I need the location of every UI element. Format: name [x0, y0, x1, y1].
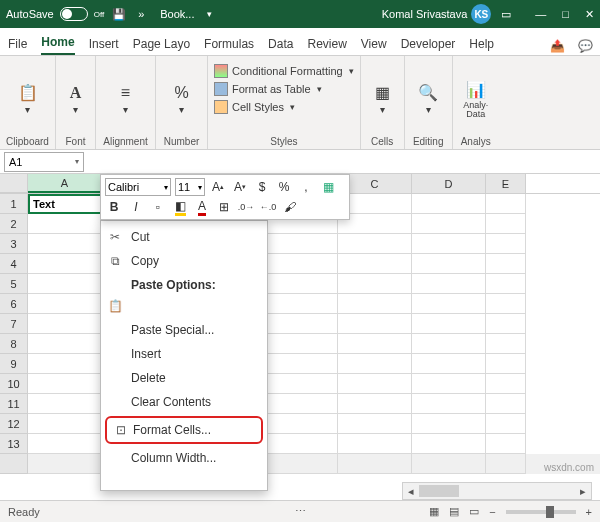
row-header-3[interactable]: 3 — [0, 234, 28, 254]
menu-insert[interactable]: Insert — [101, 342, 267, 366]
fill-color-icon[interactable]: ◧ — [171, 198, 189, 216]
table-format-icon[interactable]: ▦ — [319, 178, 337, 196]
scroll-left-icon[interactable]: ◂ — [403, 483, 419, 499]
row-header-6[interactable]: 6 — [0, 294, 28, 314]
namebox-dropdown-icon[interactable]: ▾ — [75, 157, 79, 166]
comments-icon[interactable]: 💬 — [578, 41, 592, 55]
bold-icon[interactable]: B — [105, 198, 123, 216]
group-font-label: Font — [65, 136, 85, 147]
decrease-decimal-icon[interactable]: ←.0 — [259, 198, 277, 216]
row-header-10[interactable]: 10 — [0, 374, 28, 394]
share-icon[interactable]: 📤 — [550, 41, 564, 55]
tab-view[interactable]: View — [361, 31, 387, 55]
row-header-7[interactable]: 7 — [0, 314, 28, 334]
column-header-d[interactable]: D — [412, 174, 486, 193]
select-all-corner[interactable] — [0, 174, 28, 193]
menu-format-cells[interactable]: ⊡Format Cells... — [107, 418, 261, 442]
horizontal-scrollbar[interactable]: ◂ ▸ — [402, 482, 592, 500]
tab-help[interactable]: Help — [469, 31, 494, 55]
formula-bar-row: A1 ▾ — [0, 150, 600, 174]
row-header-2[interactable]: 2 — [0, 214, 28, 234]
row-header-1[interactable]: 1 — [0, 194, 28, 214]
autosave-toggle[interactable] — [60, 7, 88, 21]
group-styles: Conditional Formatting▾ Format as Table▾… — [208, 56, 361, 149]
analyze-data-icon[interactable]: 📊 — [466, 80, 486, 99]
tab-insert[interactable]: Insert — [89, 31, 119, 55]
tab-home[interactable]: Home — [41, 29, 74, 55]
scroll-right-icon[interactable]: ▸ — [575, 483, 591, 499]
filename-dropdown-icon[interactable]: ▾ — [202, 7, 216, 21]
menu-column-width[interactable]: Column Width... — [101, 446, 267, 470]
row-header-4[interactable]: 4 — [0, 254, 28, 274]
sheet-nav-icon[interactable]: ⋯ — [295, 505, 306, 518]
group-number-label: Number — [164, 136, 200, 147]
more-qat-icon[interactable]: » — [134, 7, 148, 21]
close-button[interactable]: ✕ — [585, 8, 594, 21]
accounting-format-icon[interactable]: $ — [253, 178, 271, 196]
row-header-9[interactable]: 9 — [0, 354, 28, 374]
alignment-icon[interactable]: ≡ — [121, 84, 130, 102]
font-icon[interactable]: A — [70, 84, 82, 102]
border-menu-icon[interactable]: ⊞ — [215, 198, 233, 216]
view-normal-icon[interactable]: ▦ — [429, 505, 439, 518]
minimize-button[interactable]: — — [535, 8, 546, 21]
cell-styles-button[interactable]: Cell Styles▾ — [214, 98, 354, 116]
row-header-5[interactable]: 5 — [0, 274, 28, 294]
font-color-icon[interactable]: A — [193, 198, 211, 216]
tab-formulas[interactable]: Formulas — [204, 31, 254, 55]
user-account[interactable]: Komal Srivastava KS — [382, 4, 492, 24]
row-header-13[interactable]: 13 — [0, 434, 28, 454]
column-header-e[interactable]: E — [486, 174, 526, 193]
tab-data[interactable]: Data — [268, 31, 293, 55]
cell-a1[interactable]: Text — [28, 194, 102, 214]
decrease-font-icon[interactable]: A▾ — [231, 178, 249, 196]
tab-page-layout[interactable]: Page Layo — [133, 31, 190, 55]
autosave-label: AutoSave — [6, 8, 54, 20]
mini-font-name[interactable]: Calibri▾ — [105, 178, 171, 196]
zoom-in-icon[interactable]: + — [586, 506, 592, 518]
filename-label: Book... — [160, 8, 194, 20]
menu-clear-contents[interactable]: Clear Contents — [101, 390, 267, 414]
increase-decimal-icon[interactable]: .0→ — [237, 198, 255, 216]
italic-icon[interactable]: I — [127, 198, 145, 216]
tab-file[interactable]: File — [8, 31, 27, 55]
menu-paste-option[interactable]: 📋 — [101, 294, 267, 318]
zoom-slider[interactable] — [506, 510, 576, 514]
highlight-format-cells: ⊡Format Cells... — [105, 416, 263, 444]
borders-icon[interactable]: ▫ — [149, 198, 167, 216]
group-editing: 🔍▾ Editing — [405, 56, 453, 149]
menu-delete[interactable]: Delete — [101, 366, 267, 390]
scroll-thumb[interactable] — [419, 485, 459, 497]
editing-icon[interactable]: 🔍 — [418, 83, 438, 102]
menu-copy[interactable]: ⧉Copy — [101, 249, 267, 273]
number-icon[interactable]: % — [174, 84, 188, 102]
row-header-11[interactable]: 11 — [0, 394, 28, 414]
save-icon[interactable]: 💾 — [112, 7, 126, 21]
comma-format-icon[interactable]: , — [297, 178, 315, 196]
menu-cut[interactable]: ✂Cut — [101, 225, 267, 249]
paste-icon[interactable]: 📋 — [18, 83, 38, 102]
cells-icon[interactable]: ▦ — [375, 83, 390, 102]
menu-paste-special[interactable]: Paste Special... — [101, 318, 267, 342]
format-painter-icon[interactable]: 🖌 — [281, 198, 299, 216]
increase-font-icon[interactable]: A▴ — [209, 178, 227, 196]
ribbon-display-options-icon[interactable]: ▭ — [499, 7, 513, 21]
percent-format-icon[interactable]: % — [275, 178, 293, 196]
mini-font-size[interactable]: 11▾ — [175, 178, 205, 196]
view-pagelayout-icon[interactable]: ▤ — [449, 505, 459, 518]
maximize-button[interactable]: □ — [562, 8, 569, 21]
format-as-table-button[interactable]: Format as Table▾ — [214, 80, 354, 98]
row-header-12[interactable]: 12 — [0, 414, 28, 434]
zoom-out-icon[interactable]: − — [489, 506, 495, 518]
name-box[interactable]: A1 ▾ — [4, 152, 84, 172]
conditional-formatting-button[interactable]: Conditional Formatting▾ — [214, 62, 354, 80]
column-header-a[interactable]: A — [28, 174, 102, 193]
group-cells-label: Cells — [371, 136, 393, 147]
tab-review[interactable]: Review — [307, 31, 346, 55]
status-ready: Ready — [8, 506, 40, 518]
autosave-control[interactable]: AutoSave Off — [6, 7, 104, 21]
tab-developer[interactable]: Developer — [401, 31, 456, 55]
worksheet-grid[interactable]: 1 Text Column 2 3 4 5 6 7 8 9 10 11 12 1… — [0, 194, 600, 480]
view-pagebreak-icon[interactable]: ▭ — [469, 505, 479, 518]
row-header-8[interactable]: 8 — [0, 334, 28, 354]
